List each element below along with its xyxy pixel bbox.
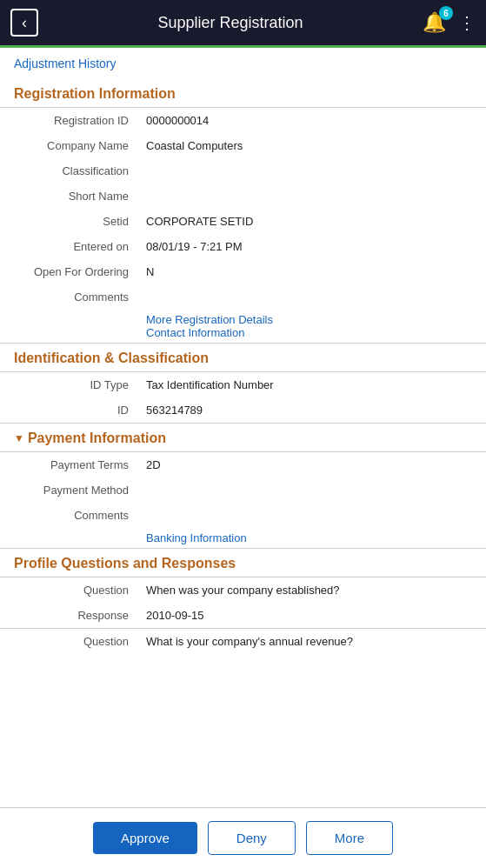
- table-row: ID 563214789: [0, 397, 486, 423]
- field-value: [139, 477, 486, 503]
- identification-section-header: Identification & Classification: [0, 344, 486, 372]
- adjustment-history-link[interactable]: Adjustment History: [0, 48, 130, 79]
- profile-questions-table: Question When was your company establish…: [0, 578, 486, 628]
- field-value: 563214789: [139, 397, 486, 423]
- banking-information-link[interactable]: Banking Information: [146, 531, 479, 544]
- field-value: 2010-09-15: [139, 603, 486, 628]
- table-row: Company Name Coastal Computers: [0, 133, 486, 158]
- table-row: Question What is your company's annual r…: [0, 629, 486, 654]
- field-label: Question: [0, 629, 139, 654]
- action-bar: Approve Deny More: [0, 807, 486, 868]
- field-value: Banking Information: [139, 528, 486, 548]
- field-label: Entered on: [0, 234, 139, 259]
- table-row: Short Name: [0, 184, 486, 209]
- field-value: 08/01/19 - 7:21 PM: [139, 234, 486, 259]
- field-label: [0, 310, 139, 343]
- table-row: Registration ID 0000000014: [0, 108, 486, 133]
- table-row: Response 2010-09-15: [0, 603, 486, 628]
- table-row: Payment Terms 2D: [0, 452, 486, 477]
- field-value: More Registration Details Contact Inform…: [139, 310, 486, 343]
- table-row: Question When was your company establish…: [0, 578, 486, 603]
- field-label: Response: [0, 603, 139, 628]
- payment-info-table: Payment Terms 2D Payment Method Comments…: [0, 452, 486, 548]
- field-value: N: [139, 259, 486, 284]
- field-value: [139, 284, 486, 310]
- field-label: Payment Method: [0, 477, 139, 503]
- field-value: Tax Identification Number: [139, 372, 486, 397]
- approve-button[interactable]: Approve: [93, 822, 197, 854]
- links-row: Banking Information: [0, 528, 486, 548]
- table-row: Entered on 08/01/19 - 7:21 PM: [0, 234, 486, 259]
- profile-questions-section-header: Profile Questions and Responses: [0, 549, 486, 578]
- field-value: When was your company established?: [139, 578, 486, 603]
- app-header: ‹ Supplier Registration 🔔 6 ⋮: [0, 0, 486, 45]
- field-value: 2D: [139, 452, 486, 477]
- registration-info-table: Registration ID 0000000014 Company Name …: [0, 108, 486, 343]
- payment-info-title: Payment Information: [28, 431, 166, 446]
- more-button[interactable]: More: [306, 821, 393, 855]
- table-row: Payment Method: [0, 477, 486, 503]
- header-icons: 🔔 6 ⋮: [423, 11, 476, 34]
- field-label: Comments: [0, 284, 139, 310]
- more-registration-details-link[interactable]: More Registration Details: [146, 313, 479, 326]
- back-icon: ‹: [22, 14, 27, 32]
- table-row: Comments: [0, 284, 486, 310]
- collapse-arrow-icon: ▼: [14, 432, 24, 444]
- links-row: More Registration Details Contact Inform…: [0, 310, 486, 343]
- header-more-button[interactable]: ⋮: [458, 12, 476, 33]
- notification-badge: 6: [439, 6, 453, 20]
- field-label: Payment Terms: [0, 452, 139, 477]
- field-label: ID: [0, 397, 139, 423]
- field-value: What is your company's annual revenue?: [139, 629, 486, 654]
- table-row: Classification: [0, 158, 486, 184]
- field-value: Coastal Computers: [139, 133, 486, 158]
- field-label: Setid: [0, 209, 139, 234]
- identification-table: ID Type Tax Identification Number ID 563…: [0, 372, 486, 423]
- profile-questions-table-2: Question What is your company's annual r…: [0, 629, 486, 654]
- field-value: [139, 503, 486, 528]
- back-button[interactable]: ‹: [10, 9, 38, 37]
- table-row: Setid CORPORATE SETID: [0, 209, 486, 234]
- field-label: ID Type: [0, 372, 139, 397]
- field-label: [0, 528, 139, 548]
- notification-bell-button[interactable]: 🔔 6: [423, 11, 446, 34]
- page-title: Supplier Registration: [157, 14, 303, 32]
- field-label: Classification: [0, 158, 139, 184]
- field-value: [139, 184, 486, 209]
- field-label: Comments: [0, 503, 139, 528]
- field-label: Company Name: [0, 133, 139, 158]
- field-label: Question: [0, 578, 139, 603]
- payment-info-section-header[interactable]: ▼ Payment Information: [0, 424, 486, 452]
- table-row: Open For Ordering N: [0, 259, 486, 284]
- field-label: Registration ID: [0, 108, 139, 133]
- field-value: [139, 158, 486, 184]
- field-value: 0000000014: [139, 108, 486, 133]
- contact-information-link[interactable]: Contact Information: [146, 326, 479, 339]
- table-row: Comments: [0, 503, 486, 528]
- field-value: CORPORATE SETID: [139, 209, 486, 234]
- content-area: Adjustment History Registration Informat…: [0, 48, 486, 724]
- table-row: ID Type Tax Identification Number: [0, 372, 486, 397]
- deny-button[interactable]: Deny: [208, 821, 296, 855]
- registration-info-section-header: Registration Information: [0, 79, 486, 108]
- field-label: Short Name: [0, 184, 139, 209]
- field-label: Open For Ordering: [0, 259, 139, 284]
